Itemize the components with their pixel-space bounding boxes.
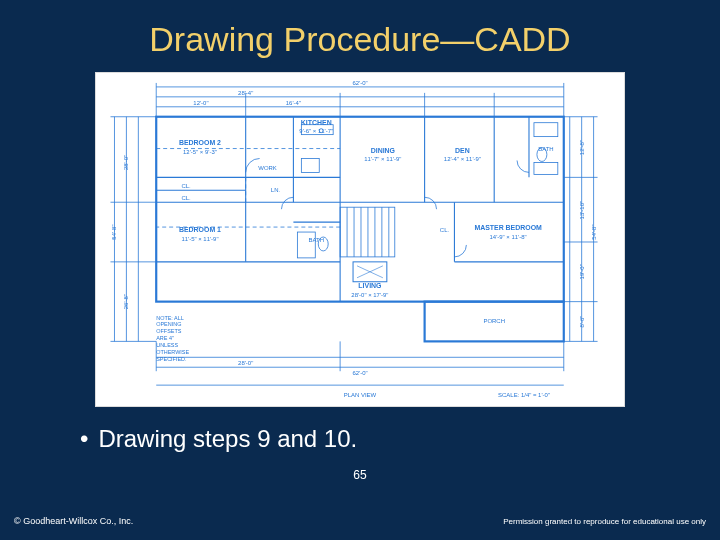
svg-rect-60 (297, 232, 315, 258)
dim-bedroom2: 12'-5" × 9'-3" (183, 149, 217, 155)
dim-bottom-total: 62'-0" (352, 370, 367, 376)
svg-rect-64 (534, 162, 558, 174)
label-cl1: CL. (181, 183, 191, 189)
dim-bedroom1: 11'-5" × 11'-9" (181, 236, 218, 242)
dim-dining: 11'-7" × 11'-9" (364, 156, 401, 162)
label-bedroom2: BEDROOM 2 (179, 139, 221, 146)
footer-copyright: © Goodheart-Willcox Co., Inc. (14, 516, 133, 526)
label-dining: DINING (371, 147, 395, 154)
dim-right-seg-d: 8'-6" (579, 316, 585, 328)
svg-rect-62 (534, 123, 558, 137)
note-l7: SPECIFIED. (156, 356, 187, 362)
note-l6: OTHERWISE (156, 349, 189, 355)
svg-rect-48 (340, 207, 395, 257)
dim-right-seg-c: 19'-0" (579, 264, 585, 279)
dim-bottom-seg-a: 28'-0" (238, 360, 253, 366)
dim-right-total: 54'-8" (591, 224, 597, 239)
dim-top-seg-b: 16'-4" (286, 100, 301, 106)
label-kitchen: KITCHEN (301, 119, 332, 126)
label-den: DEN (455, 147, 470, 154)
label-bath1: BATH (309, 237, 324, 243)
note-l4: ARE 4" (156, 335, 174, 341)
plan-scale: SCALE: 1/4" = 1'-0" (498, 392, 550, 398)
plan-caption: PLAN VIEW (344, 392, 377, 398)
label-ln: LN. (271, 187, 281, 193)
dim-right-seg-a: 12'-8" (579, 140, 585, 155)
bullet-text: Drawing steps 9 and 10. (98, 425, 357, 453)
label-bedroom1: BEDROOM 1 (179, 226, 221, 233)
note-l1: NOTE: ALL (156, 315, 184, 321)
bullet-dot-icon: • (80, 425, 88, 453)
note-box: NOTE: ALL OPENING OFFSETS ARE 4" UNLESS … (156, 315, 189, 363)
note-l3: OFFSETS (156, 328, 182, 334)
label-master: MASTER BEDROOM (474, 224, 542, 231)
slide: Drawing Procedure—CADD (0, 0, 720, 540)
label-work: WORK (258, 165, 277, 171)
floor-plan-figure: 62'-0" 28'-4" 12'-0" 16'-4" 54'-8" 28'-0… (95, 72, 625, 407)
dim-top-total: 62'-0" (352, 80, 367, 86)
slide-title: Drawing Procedure—CADD (0, 20, 720, 59)
label-living: LIVING (358, 282, 381, 289)
footer-permission: Permission granted to reproduce for educ… (503, 517, 706, 526)
note-l5: UNLESS (156, 342, 178, 348)
label-bath2: BATH (538, 146, 553, 152)
dim-master: 14'-9" × 11'-8" (490, 234, 527, 240)
bullet-row: • Drawing steps 9 and 10. (80, 425, 357, 453)
svg-rect-58 (301, 158, 319, 172)
note-l2: OPENING (156, 321, 181, 327)
label-porch: PORCH (483, 318, 504, 324)
label-cl3: CL. (440, 227, 450, 233)
dim-top-left-span: 28'-4" (238, 90, 253, 96)
dim-left-seg-a: 28'-0" (123, 155, 129, 170)
label-cl2: CL. (181, 195, 191, 201)
dim-left-seg-b: 26'-8" (123, 294, 129, 309)
dim-left-total: 54'-8" (111, 224, 117, 239)
page-number: 65 (0, 468, 720, 482)
dim-kitchen: 9'-6" × 11'-7" (299, 128, 333, 134)
dim-den: 12'-4" × 11'-9" (444, 156, 481, 162)
dim-living: 28'-0" × 17'-9" (351, 292, 388, 298)
floor-plan-svg: 62'-0" 28'-4" 12'-0" 16'-4" 54'-8" 28'-0… (96, 73, 624, 406)
dim-top-seg-a: 12'-0" (193, 100, 208, 106)
dim-right-seg-b: 13'-10" (579, 201, 585, 219)
